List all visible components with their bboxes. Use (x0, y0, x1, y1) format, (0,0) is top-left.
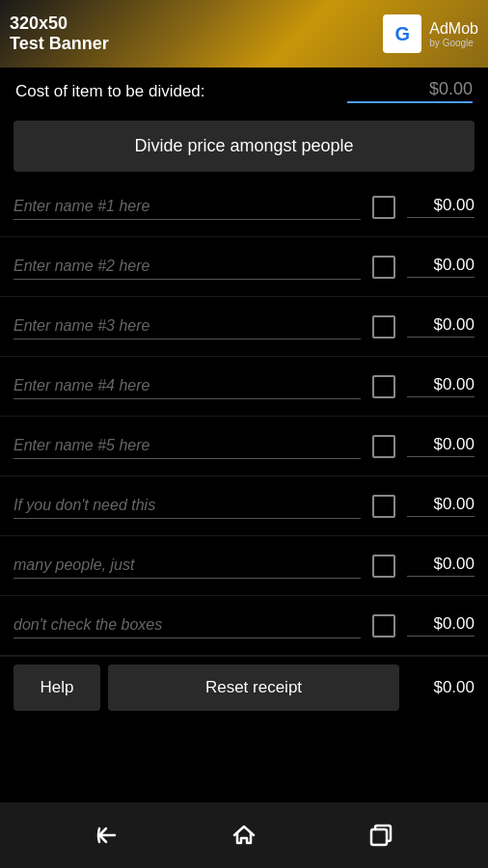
person-name-input-7[interactable] (14, 553, 361, 579)
cost-label: Cost of item to be divided: (15, 82, 205, 101)
person-checkbox-4[interactable] (372, 375, 395, 398)
person-amount-1: $0.00 (407, 196, 474, 218)
person-amount-8: $0.00 (407, 614, 474, 637)
ad-banner: 320x50 Test Banner G AdMob by Google (0, 0, 488, 68)
cost-header-row: Cost of item to be divided: (0, 68, 488, 115)
person-row-4: $0.00 (0, 357, 488, 417)
back-button[interactable] (83, 816, 131, 854)
person-row-1: $0.00 (0, 177, 488, 237)
person-amount-7: $0.00 (407, 555, 474, 577)
recent-apps-button[interactable] (357, 816, 405, 854)
person-checkbox-5[interactable] (372, 435, 395, 458)
navigation-bar (0, 802, 488, 868)
reset-button[interactable]: Reset receipt (108, 665, 399, 711)
person-checkbox-7[interactable] (372, 555, 395, 578)
help-button[interactable]: Help (14, 665, 100, 711)
person-row-5: $0.00 (0, 417, 488, 476)
admob-logo: G (383, 14, 421, 53)
person-row-7: $0.00 (0, 536, 488, 596)
person-name-input-2[interactable] (14, 254, 361, 280)
admob-by: by Google (429, 38, 478, 48)
home-button[interactable] (220, 816, 268, 854)
main-content: Cost of item to be divided: Divide price… (0, 68, 488, 802)
footer-row: Help Reset receipt $0.00 (0, 656, 488, 719)
person-checkbox-8[interactable] (372, 614, 395, 637)
admob-brand: AdMob (429, 20, 478, 38)
person-checkbox-6[interactable] (372, 495, 395, 518)
banner-test-label: Test Banner (10, 34, 109, 54)
person-amount-6: $0.00 (407, 495, 474, 517)
people-list: $0.00 $0.00 $0.00 $0.00 $0.00 $0.00 (0, 177, 488, 656)
person-row-6: $0.00 (0, 476, 488, 536)
person-checkbox-2[interactable] (372, 256, 395, 279)
person-name-input-1[interactable] (14, 194, 361, 220)
admob-text-block: AdMob by Google (429, 20, 478, 48)
person-checkbox-1[interactable] (372, 196, 395, 219)
person-amount-2: $0.00 (407, 256, 474, 278)
banner-info: 320x50 Test Banner (10, 14, 109, 54)
admob-branding: G AdMob by Google (383, 14, 478, 53)
person-row-3: $0.00 (0, 297, 488, 357)
person-name-input-3[interactable] (14, 313, 361, 339)
svg-rect-0 (371, 829, 387, 845)
person-amount-3: $0.00 (407, 315, 474, 338)
person-name-input-8[interactable] (14, 612, 361, 638)
banner-size-label: 320x50 (10, 14, 109, 34)
person-name-input-5[interactable] (14, 433, 361, 459)
person-name-input-4[interactable] (14, 373, 361, 399)
divide-button[interactable]: Divide price amongst people (14, 121, 474, 172)
person-amount-4: $0.00 (407, 375, 474, 397)
person-name-input-6[interactable] (14, 493, 361, 519)
person-row-8: $0.00 (0, 596, 488, 656)
cost-input[interactable] (347, 79, 473, 103)
person-checkbox-3[interactable] (372, 315, 395, 339)
footer-total: $0.00 (407, 678, 474, 697)
person-amount-5: $0.00 (407, 435, 474, 457)
person-row-2: $0.00 (0, 237, 488, 297)
